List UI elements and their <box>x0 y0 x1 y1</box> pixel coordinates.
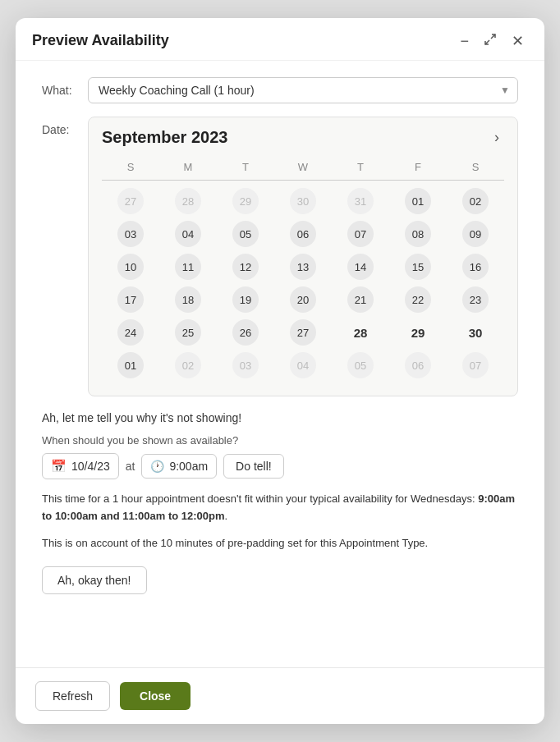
table-row[interactable]: 01 <box>389 186 447 217</box>
table-row[interactable]: 05 <box>332 350 389 381</box>
table-row[interactable]: 01 <box>102 350 159 381</box>
dialog-content: What: Weekly Coaching Call (1 hour) ▼ Da… <box>16 61 544 667</box>
what-select-wrapper[interactable]: Weekly Coaching Call (1 hour) ▼ <box>88 77 518 103</box>
table-row[interactable]: 13 <box>274 251 332 282</box>
table-row[interactable]: 08 <box>389 218 447 250</box>
calendar-day-label: 29 <box>232 188 259 214</box>
calendar-day-label: 11 <box>175 254 201 280</box>
weekday-wed: W <box>274 158 332 176</box>
explain-section: Ah, let me tell you why it's not showing… <box>42 411 518 594</box>
explain-warning: This time for a 1 hour appointment doesn… <box>42 491 518 525</box>
table-row[interactable]: 27 <box>274 317 332 348</box>
table-row[interactable]: 03 <box>102 218 159 250</box>
minimize-button[interactable]: − <box>456 32 473 50</box>
calendar-day-label: 12 <box>232 254 259 280</box>
dialog-footer: Refresh Close <box>16 667 544 724</box>
calendar-day-label: 21 <box>347 286 374 313</box>
table-row[interactable]: 22 <box>389 284 447 315</box>
calendar-day-label: 05 <box>232 221 259 247</box>
date-value: 10/4/23 <box>71 460 110 473</box>
table-row[interactable]: 30 <box>274 186 332 217</box>
table-row[interactable]: 14 <box>332 251 389 282</box>
calendar-day-label: 22 <box>405 286 431 313</box>
table-row[interactable]: 06 <box>389 350 447 381</box>
calendar-day-label: 15 <box>405 254 431 280</box>
clock-icon: 🕐 <box>150 460 164 473</box>
table-row[interactable]: 10 <box>102 251 159 282</box>
table-row[interactable]: 05 <box>217 218 274 250</box>
datetime-row: 📅 10/4/23 at 🕐 9:00am Do tell! <box>42 453 518 479</box>
table-row[interactable]: 18 <box>159 284 217 315</box>
table-row[interactable]: 11 <box>159 251 217 282</box>
table-row[interactable]: 26 <box>217 317 274 348</box>
warning-period: . <box>225 510 228 522</box>
table-row[interactable]: 04 <box>159 218 217 250</box>
table-row[interactable]: 04 <box>274 350 332 381</box>
table-row[interactable]: 25 <box>159 317 217 348</box>
calendar-month-title: September 2023 <box>102 128 227 147</box>
calendar-day-label: 27 <box>117 188 144 214</box>
maximize-button[interactable] <box>480 31 501 50</box>
table-row[interactable]: 30 <box>447 317 504 348</box>
date-input-box[interactable]: 📅 10/4/23 <box>42 453 119 479</box>
calendar-day-label: 13 <box>290 254 316 280</box>
calendar-day-label: 24 <box>117 319 144 346</box>
calendar-day-label: 28 <box>175 188 201 214</box>
refresh-button[interactable]: Refresh <box>35 681 110 711</box>
table-row[interactable]: 03 <box>217 350 274 381</box>
calendar-day-label: 10 <box>117 254 144 280</box>
table-row[interactable]: 28 <box>159 186 217 217</box>
calendar-next-button[interactable]: › <box>489 127 504 148</box>
weekday-fri: F <box>389 158 447 176</box>
okay-button[interactable]: Ah, okay then! <box>42 566 147 594</box>
calendar-day-label: 19 <box>232 286 259 313</box>
calendar-container: September 2023 › S M T W T F S <box>88 117 518 396</box>
table-row[interactable]: 15 <box>389 251 447 282</box>
at-text: at <box>126 460 135 473</box>
calendar-day-label: 29 <box>405 319 431 346</box>
calendar-week-5: 24252627282930 <box>102 317 504 348</box>
do-tell-button[interactable]: Do tell! <box>223 454 284 479</box>
calendar-day-label: 30 <box>462 319 489 346</box>
table-row[interactable]: 24 <box>102 317 159 348</box>
table-row[interactable]: 07 <box>332 218 389 250</box>
calendar-day-label: 04 <box>290 352 316 378</box>
calendar-day-label: 14 <box>347 254 374 280</box>
what-label: What: <box>42 77 88 97</box>
table-row[interactable]: 23 <box>447 284 504 315</box>
calendar-day-label: 17 <box>117 286 144 313</box>
table-row[interactable]: 29 <box>217 186 274 217</box>
weekday-tue: T <box>217 158 274 176</box>
table-row[interactable]: 12 <box>217 251 274 282</box>
what-select[interactable]: Weekly Coaching Call (1 hour) <box>88 77 518 103</box>
calendar-week-1: 27282930310102 <box>102 186 504 217</box>
table-row[interactable]: 02 <box>159 350 217 381</box>
calendar-day-label: 06 <box>405 352 431 378</box>
calendar-day-label: 28 <box>347 319 374 346</box>
calendar-icon: 📅 <box>51 459 67 474</box>
table-row[interactable]: 17 <box>102 284 159 315</box>
table-row[interactable]: 20 <box>274 284 332 315</box>
explain-sub-label: When should you be shown as available? <box>42 434 518 447</box>
close-button[interactable]: ✕ <box>507 32 528 50</box>
table-row[interactable]: 07 <box>447 350 504 381</box>
table-row[interactable]: 31 <box>332 186 389 217</box>
table-row[interactable]: 16 <box>447 251 504 282</box>
table-row[interactable]: 06 <box>274 218 332 250</box>
calendar-week-6: 01020304050607 <box>102 350 504 381</box>
time-input-box[interactable]: 🕐 9:00am <box>141 454 217 479</box>
calendar-day-label: 08 <box>405 221 431 247</box>
calendar-day-label: 09 <box>462 221 489 247</box>
warning-text: This time for a 1 hour appointment doesn… <box>42 492 475 505</box>
table-row[interactable]: 29 <box>389 317 447 348</box>
calendar-day-label: 02 <box>175 352 201 378</box>
table-row[interactable]: 28 <box>332 317 389 348</box>
calendar-day-label: 07 <box>347 221 374 247</box>
table-row[interactable]: 09 <box>447 218 504 250</box>
table-row[interactable]: 27 <box>102 186 159 217</box>
calendar-day-label: 16 <box>462 254 489 280</box>
table-row[interactable]: 19 <box>217 284 274 315</box>
table-row[interactable]: 21 <box>332 284 389 315</box>
close-footer-button[interactable]: Close <box>120 682 190 710</box>
table-row[interactable]: 02 <box>447 186 504 217</box>
